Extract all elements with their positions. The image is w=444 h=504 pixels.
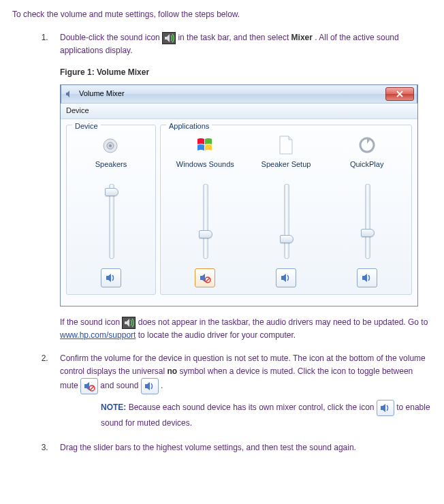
window-title: Volume Mixer [79,88,385,99]
step-3: Drag the slider bars to the highest volu… [50,441,432,454]
volume-slider-speakers[interactable] [101,184,121,259]
step1-mid: in the task bar, and then select [178,33,291,42]
volume-slider-quickplay[interactable] [357,184,377,259]
volume-slider-speaker-setup[interactable] [276,184,296,259]
window-body: Device Speakers Applications [61,119,417,306]
mixer-column-quickplay: QuickPlay [326,128,407,287]
device-panel-title: Device [72,121,101,132]
steps-list: Double-click the sound icon in the task … [50,31,432,454]
svg-line-7 [90,386,94,390]
applications-panel: Applications Windows Sounds [160,125,412,295]
menu-device[interactable]: Device [66,105,89,116]
step2-and-sound: and sound [100,381,140,390]
step2-period: . [161,381,163,390]
window-titlebar[interactable]: Volume Mixer [61,84,417,104]
step-2: Confirm the volume for the device in que… [50,352,432,430]
sound-icon-inline-2 [377,400,394,416]
device-panel: Device Speakers [66,125,156,295]
apps-panel-title: Applications [166,121,212,132]
close-button[interactable] [385,87,414,101]
intro-text: To check the volume and mute settings, f… [12,10,432,19]
window-title-icon [64,89,75,99]
mixer-column-windows-sounds: Windows Sounds [165,128,246,287]
window-menubar: Device [61,104,417,119]
step3-text: Drag the slider bars to the highest volu… [60,443,356,452]
sound-icon-inline [141,378,159,394]
step1-before: Double-click the sound icon [60,33,162,42]
note-block: NOTE: Because each sound device has its … [101,400,432,431]
step1-mixer-label: Mixer [291,33,313,42]
mute-icon-inline [80,378,98,394]
mute-button-windows-sounds[interactable] [195,268,215,287]
step1b-tail: to locate the audio driver for your comp… [138,330,296,340]
step2-no-word: no [167,366,177,376]
volume-mixer-window: Volume Mixer Device Device Speakers [60,84,418,306]
mixer-column-speaker-setup: Speaker Setup [246,128,327,287]
speakers-device-icon[interactable] [99,133,123,157]
page-icon[interactable] [274,133,298,157]
col-label-1: Windows Sounds [176,159,234,180]
col-label-3: QuickPlay [350,159,384,180]
mute-button-quickplay[interactable] [357,268,377,287]
sound-tray-icon-2 [122,317,136,329]
svg-line-4 [206,278,210,282]
figure-caption: Figure 1: Volume Mixer [60,66,432,79]
step1b-after: does not appear in the taskbar, the audi… [138,317,428,327]
mute-button-speakers[interactable] [101,268,121,287]
windows-flag-icon[interactable] [193,133,217,157]
mixer-column-speakers: Speakers [71,128,151,287]
support-link[interactable]: www.hp.com/support [60,330,136,340]
step-1: Double-click the sound icon in the task … [50,31,432,341]
svg-point-2 [109,144,112,147]
refresh-icon[interactable] [355,133,379,157]
sound-tray-icon [162,32,176,44]
note-l1: Because each sound device has its own mi… [129,403,377,412]
volume-slider-windows-sounds[interactable] [195,184,215,259]
note-label: NOTE: [101,403,126,412]
step1b-before: If the sound icon [60,317,122,327]
mute-button-speaker-setup[interactable] [276,268,296,287]
col-label-2: Speaker Setup [261,159,311,180]
col-label-0: Speakers [95,159,127,180]
